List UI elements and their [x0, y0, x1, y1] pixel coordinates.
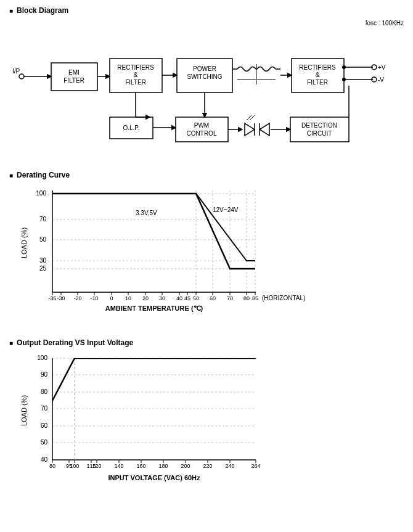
svg-text:85: 85	[252, 295, 258, 301]
svg-text:RECTIFIERS: RECTIFIERS	[117, 64, 154, 71]
svg-text:DETECTION: DETECTION	[301, 122, 337, 129]
svg-text:50: 50	[39, 236, 47, 243]
svg-text:60: 60	[210, 295, 216, 301]
derating-curve-section: Derating Curve	[9, 171, 404, 320]
svg-point-0	[19, 74, 24, 79]
svg-text:POWER: POWER	[193, 65, 216, 72]
svg-text:240: 240	[225, 463, 234, 469]
svg-text:20: 20	[142, 295, 149, 301]
svg-text:I/P: I/P	[12, 68, 20, 75]
svg-text:(HORIZONTAL): (HORIZONTAL)	[262, 295, 305, 301]
derating-chart-svg: 100 70 50 30 25 -35 -30 -20 -10 0 10 20 …	[15, 184, 398, 320]
svg-text:200: 200	[181, 463, 190, 469]
svg-text:160: 160	[136, 463, 145, 469]
svg-text:50: 50	[193, 295, 199, 301]
fosc-label: fosc : 100KHz	[9, 20, 404, 27]
svg-text:40: 40	[176, 295, 182, 301]
svg-rect-50	[290, 117, 349, 142]
svg-text:CONTROL: CONTROL	[187, 130, 217, 137]
svg-marker-43	[245, 123, 255, 136]
svg-text:40: 40	[41, 456, 48, 463]
svg-text:PWM: PWM	[194, 122, 209, 129]
svg-text:EMI: EMI	[68, 69, 80, 76]
svg-text:INPUT VOLTAGE (VAC) 60Hz: INPUT VOLTAGE (VAC) 60Hz	[108, 474, 200, 481]
svg-text:80: 80	[49, 463, 55, 469]
block-diagram-svg: I/P EMI FILTER RECTIFIERS & FILTER POWER…	[9, 29, 404, 158]
svg-text:LOAD (%): LOAD (%)	[20, 395, 28, 426]
svg-text:3.3V,5V: 3.3V,5V	[136, 210, 157, 216]
svg-text:12V~24V: 12V~24V	[213, 207, 239, 213]
svg-text:-30: -30	[57, 295, 65, 301]
block-diagram-section: Block Diagram fosc : 100KHz I/P EMI FILT…	[9, 6, 404, 158]
svg-text:30: 30	[39, 257, 47, 264]
output-derating-title: Output Derating VS Input Voltage	[9, 338, 404, 347]
svg-text:100: 100	[37, 354, 47, 361]
svg-text:264: 264	[251, 463, 260, 469]
svg-text:SWITCHING: SWITCHING	[187, 73, 222, 80]
svg-text:AMBIENT TEMPERATURE (℃): AMBIENT TEMPERATURE (℃)	[105, 305, 203, 312]
svg-text:-20: -20	[73, 295, 81, 301]
svg-text:70: 70	[39, 216, 47, 223]
svg-text:100: 100	[70, 463, 79, 469]
svg-text:FILTER: FILTER	[63, 77, 84, 84]
svg-text:FILTER: FILTER	[307, 79, 328, 86]
svg-text:100: 100	[36, 190, 46, 197]
svg-text:90: 90	[41, 371, 48, 378]
svg-text:O.L.P.: O.L.P.	[123, 125, 139, 131]
output-derating-chart-wrapper: 100 90 80 70 60 50 40 80 95 100 115 120 …	[15, 352, 404, 494]
block-diagram-container: I/P EMI FILTER RECTIFIERS & FILTER POWER…	[9, 29, 404, 158]
svg-text:220: 220	[203, 463, 212, 469]
svg-text:70: 70	[227, 295, 233, 301]
svg-text:30: 30	[159, 295, 165, 301]
svg-text:&: &	[134, 72, 138, 78]
svg-text:180: 180	[158, 463, 168, 469]
svg-rect-55	[52, 190, 256, 292]
output-derating-section: Output Derating VS Input Voltage	[9, 338, 404, 494]
svg-text:70: 70	[41, 405, 48, 412]
derating-chart-wrapper: 100 70 50 30 25 -35 -30 -20 -10 0 10 20 …	[15, 184, 404, 320]
svg-text:&: &	[316, 72, 320, 78]
svg-text:-10: -10	[90, 295, 98, 301]
svg-text:+V: +V	[378, 64, 386, 71]
derating-curve-title: Derating Curve	[9, 171, 404, 179]
svg-text:80: 80	[41, 388, 48, 395]
svg-text:-35: -35	[48, 295, 56, 301]
svg-marker-48	[260, 123, 269, 136]
svg-text:-V: -V	[378, 76, 384, 83]
svg-text:25: 25	[39, 265, 47, 272]
svg-text:120: 120	[92, 463, 101, 469]
block-diagram-title: Block Diagram	[9, 6, 404, 15]
output-derating-chart-svg: 100 90 80 70 60 50 40 80 95 100 115 120 …	[15, 352, 398, 494]
svg-text:45: 45	[184, 295, 190, 301]
svg-text:10: 10	[125, 295, 131, 301]
svg-text:RECTIFIERS: RECTIFIERS	[299, 64, 336, 71]
svg-text:CIRCUIT: CIRCUIT	[307, 130, 332, 137]
svg-text:0: 0	[110, 295, 113, 301]
svg-rect-108	[52, 358, 256, 460]
svg-text:60: 60	[41, 422, 48, 429]
svg-text:80: 80	[243, 295, 250, 301]
svg-text:50: 50	[41, 439, 48, 446]
svg-text:140: 140	[114, 463, 123, 469]
svg-text:LOAD (%): LOAD (%)	[20, 227, 28, 258]
svg-rect-39	[176, 117, 228, 142]
svg-text:FILTER: FILTER	[125, 79, 146, 86]
